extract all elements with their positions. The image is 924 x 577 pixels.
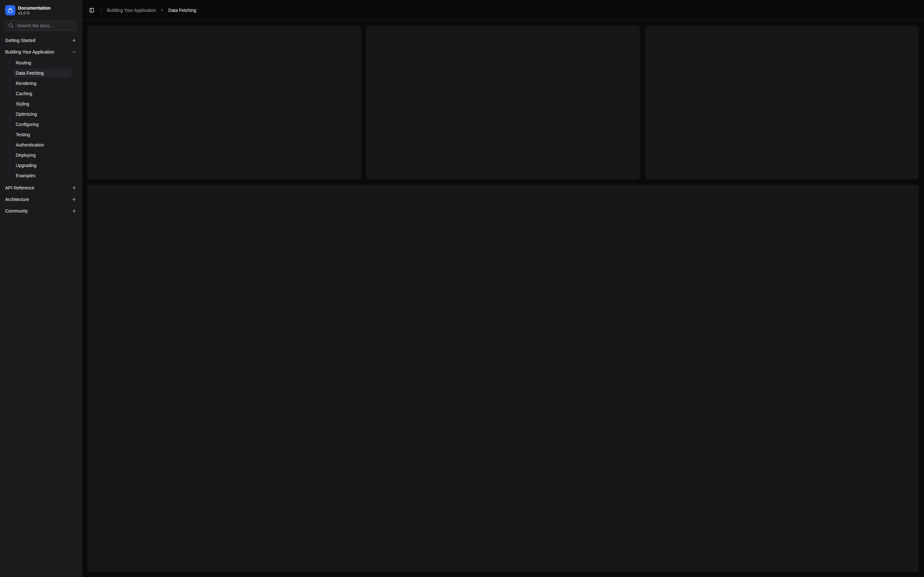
placeholder-card-row xyxy=(87,26,919,179)
subitem-label: Configuring xyxy=(16,122,39,127)
section-label: API Reference xyxy=(5,185,34,190)
minus-icon xyxy=(71,49,77,55)
placeholder-card xyxy=(366,26,640,179)
main-area: Building Your Application Data Fetching xyxy=(82,0,924,577)
sidebar-subitem-authentication[interactable]: Authentication xyxy=(13,140,71,149)
sidebar-nav: Getting Started Building Your Applicatio… xyxy=(0,31,82,577)
section-label: Building Your Application xyxy=(5,49,54,55)
placeholder-card xyxy=(87,26,361,179)
subitem-label: Styling xyxy=(16,101,29,106)
plus-icon xyxy=(71,38,77,43)
app-window: Documentation v1.0.0 Getting Started xyxy=(0,0,924,577)
placeholder-card xyxy=(645,26,919,179)
sidebar-header: Documentation v1.0.0 xyxy=(0,0,82,31)
subitem-label: Testing xyxy=(16,132,30,137)
subitem-label: Routing xyxy=(16,60,31,65)
subitem-label: Authentication xyxy=(16,142,44,147)
subitem-label: Optimizing xyxy=(16,111,37,117)
sidebar-subitem-examples[interactable]: Examples xyxy=(13,171,71,180)
breadcrumb-parent-link[interactable]: Building Your Application xyxy=(107,8,156,13)
brand-button[interactable]: Documentation v1.0.0 xyxy=(5,5,77,15)
search-form xyxy=(5,21,77,31)
subitem-label: Rendering xyxy=(16,81,37,86)
sidebar-subitem-routing[interactable]: Routing xyxy=(13,58,71,67)
plus-icon xyxy=(71,208,77,213)
sidebar-subtree: Routing Data Fetching Rendering Caching … xyxy=(10,58,75,181)
topbar: Building Your Application Data Fetching xyxy=(82,0,924,21)
subitem-label: Caching xyxy=(16,91,32,96)
sidebar-toggle-button[interactable] xyxy=(87,6,96,15)
sidebar: Documentation v1.0.0 Getting Started xyxy=(0,0,82,577)
plus-icon xyxy=(71,185,77,190)
search-input[interactable] xyxy=(5,21,77,31)
placeholder-panel xyxy=(87,185,919,572)
breadcrumb: Building Your Application Data Fetching xyxy=(107,8,196,13)
sidebar-subitem-testing[interactable]: Testing xyxy=(13,130,71,139)
sidebar-subitem-data-fetching[interactable]: Data Fetching xyxy=(13,69,71,77)
sidebar-subitem-optimizing[interactable]: Optimizing xyxy=(13,110,71,119)
sidebar-subitem-caching[interactable]: Caching xyxy=(13,89,71,98)
section-label: Getting Started xyxy=(5,38,35,43)
sidebar-subitem-styling[interactable]: Styling xyxy=(13,99,71,108)
section-label: Architecture xyxy=(5,197,29,202)
sidebar-item-building-your-application[interactable]: Building Your Application xyxy=(3,47,79,57)
sidebar-subitem-configuring[interactable]: Configuring xyxy=(13,120,71,129)
subitem-label: Deploying xyxy=(16,153,36,158)
chevron-right-icon xyxy=(160,8,164,13)
sidebar-subitem-upgrading[interactable]: Upgrading xyxy=(13,161,71,170)
brand-text: Documentation v1.0.0 xyxy=(18,6,51,15)
sidebar-subitem-rendering[interactable]: Rendering xyxy=(13,79,71,88)
page-content xyxy=(82,21,924,577)
subitem-label: Examples xyxy=(16,173,35,178)
sidebar-subitem-deploying[interactable]: Deploying xyxy=(13,151,71,160)
panel-left-icon xyxy=(89,8,94,13)
sidebar-item-community[interactable]: Community xyxy=(3,206,79,216)
app-version: v1.0.0 xyxy=(18,11,51,15)
app-title: Documentation xyxy=(18,6,51,10)
plus-icon xyxy=(71,197,77,202)
section-label: Community xyxy=(5,208,28,213)
breadcrumb-current-page: Data Fetching xyxy=(168,8,196,13)
subitem-label: Upgrading xyxy=(16,163,37,168)
subitem-label: Data Fetching xyxy=(16,71,44,76)
sidebar-item-getting-started[interactable]: Getting Started xyxy=(3,35,79,45)
sidebar-item-api-reference[interactable]: API Reference xyxy=(3,183,79,193)
gallery-vertical-end-icon xyxy=(5,5,15,15)
sidebar-item-architecture[interactable]: Architecture xyxy=(3,194,79,205)
